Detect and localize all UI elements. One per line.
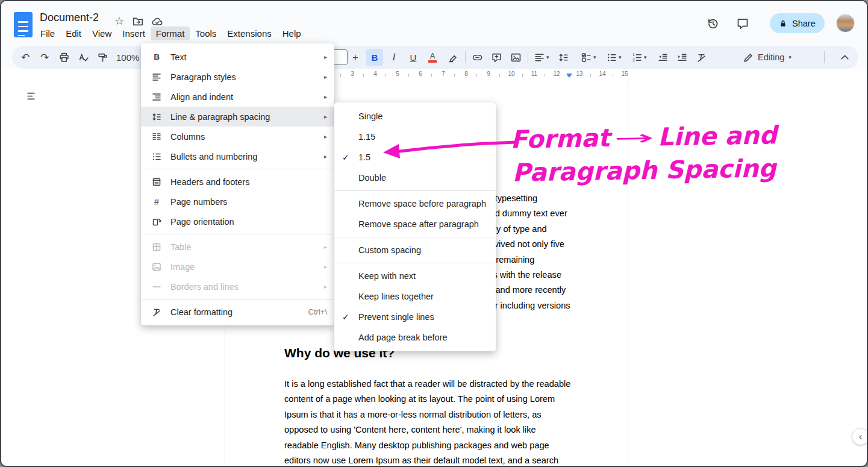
ruler: [340, 74, 629, 77]
text-color-button[interactable]: A: [424, 49, 441, 66]
spacing-item-keep-lines-together[interactable]: Keep lines together: [334, 286, 496, 307]
menu-edit[interactable]: Edit: [60, 27, 87, 40]
format-item-page-orientation[interactable]: Page orientation: [141, 212, 334, 231]
toolbar: ↶ ↷ 100% ▾ + B I U A: [12, 46, 858, 69]
underline-button[interactable]: U: [405, 49, 422, 66]
menu-help[interactable]: Help: [277, 27, 307, 40]
menu-view[interactable]: View: [87, 27, 117, 40]
svg-text:1: 1: [632, 52, 635, 57]
spellcheck-button[interactable]: [75, 49, 92, 66]
paint-format-button[interactable]: [94, 49, 111, 66]
spacing-item-remove-space-before[interactable]: Remove space before paragraph: [334, 193, 496, 214]
menu-insert[interactable]: Insert: [117, 27, 151, 40]
text-icon: B: [151, 52, 163, 61]
submenu-arrow-icon: ▸: [324, 74, 327, 80]
clear-formatting-button[interactable]: [693, 49, 710, 66]
version-history-icon[interactable]: [705, 16, 720, 31]
submenu-arrow-icon: ▸: [324, 243, 327, 250]
spacing-item-add-page-break-before[interactable]: Add page break before: [334, 327, 496, 348]
columns-icon: [151, 132, 163, 142]
menu-file[interactable]: File: [35, 27, 60, 40]
document-title[interactable]: Document-2: [40, 11, 99, 24]
ruler-number: 10: [508, 71, 514, 77]
ruler-number: 12: [553, 71, 560, 77]
spacing-item-double[interactable]: Double: [334, 168, 496, 188]
comments-icon[interactable]: [735, 16, 751, 31]
numbered-list-button[interactable]: 12 ▾: [629, 49, 650, 66]
format-item-align-indent[interactable]: Align and indent ▸: [141, 87, 334, 107]
highlight-color-button[interactable]: [445, 49, 461, 66]
right-arrow-icon: →: [614, 125, 654, 149]
spacing-item-remove-space-after[interactable]: Remove space after paragraph: [334, 214, 496, 234]
chevron-left-icon: ‹: [859, 431, 863, 443]
chevron-down-icon: ▾: [644, 54, 647, 60]
undo-button[interactable]: ↶: [17, 49, 34, 66]
clear-formatting-icon: [151, 307, 163, 317]
menu-divider: [334, 263, 496, 263]
spacing-item-single[interactable]: Single: [334, 106, 496, 127]
bulleted-list-button[interactable]: ▾: [604, 49, 625, 66]
zoom-value: 100%: [116, 52, 139, 63]
format-item-image[interactable]: Image ▸: [141, 257, 334, 277]
toolbar-divider: [465, 51, 466, 63]
format-item-borders-lines[interactable]: Borders and lines ▸: [141, 277, 334, 296]
editing-mode-select[interactable]: Editing ▾: [737, 49, 798, 66]
avatar[interactable]: [836, 14, 855, 33]
indent-marker[interactable]: [566, 74, 572, 78]
format-item-line-paragraph-spacing[interactable]: Line & paragraph spacing ▸: [141, 107, 334, 127]
decrease-indent-button[interactable]: [654, 49, 671, 66]
chevron-down-icon: ▾: [619, 54, 622, 60]
bullets-numbering-icon: [151, 152, 163, 161]
spacing-item-prevent-single-lines[interactable]: ✓ Prevent single lines: [334, 307, 496, 327]
chevron-down-icon: ▾: [593, 54, 596, 60]
italic-button[interactable]: I: [386, 49, 402, 66]
format-menu: B Text ▸ Paragraph styles ▸ Align and in…: [141, 43, 334, 325]
document-outline-icon[interactable]: [24, 89, 37, 102]
hide-menus-button[interactable]: [836, 49, 853, 66]
annotation-arrow: [381, 135, 519, 165]
menu-divider: [141, 299, 334, 299]
docs-logo-icon[interactable]: [14, 12, 33, 37]
check-icon: ✓: [342, 152, 349, 162]
submenu-arrow-icon: ▸: [324, 113, 327, 120]
format-item-headers-footers[interactable]: Headers and footers: [141, 172, 334, 192]
menu-tools[interactable]: Tools: [190, 27, 222, 40]
format-item-table[interactable]: Table ▸: [141, 237, 334, 257]
print-button[interactable]: [55, 49, 72, 66]
menu-format[interactable]: Format: [151, 27, 190, 40]
chevron-down-icon: ▾: [546, 54, 549, 60]
paragraph-styles-icon: [151, 72, 163, 82]
format-item-page-numbers[interactable]: # Page numbers: [141, 192, 334, 212]
menu-extensions[interactable]: Extensions: [222, 27, 276, 40]
format-item-bullets-numbering[interactable]: Bullets and numbering ▸: [141, 146, 334, 166]
ruler-number: 7: [442, 71, 445, 77]
line-spacing-button[interactable]: [555, 49, 572, 66]
increase-font-size-button[interactable]: +: [348, 49, 363, 66]
side-panel-toggle-button[interactable]: ‹: [852, 428, 868, 445]
insert-link-button[interactable]: [469, 49, 486, 66]
ruler-number: 6: [419, 71, 422, 77]
ruler-number: 4: [373, 71, 377, 77]
align-button[interactable]: ▾: [531, 49, 552, 66]
add-comment-button[interactable]: [488, 49, 505, 66]
redo-button[interactable]: ↷: [36, 49, 53, 66]
submenu-arrow-icon: ▸: [324, 283, 327, 290]
ruler-number: 11: [531, 71, 537, 77]
pencil-icon: [743, 52, 754, 63]
page-numbers-icon: #: [151, 196, 163, 207]
line-spacing-icon: [151, 112, 163, 122]
toolbar-divider: [528, 51, 528, 63]
bold-button[interactable]: B: [366, 49, 383, 66]
spacing-item-keep-with-next[interactable]: Keep with next: [334, 266, 496, 286]
checklist-button[interactable]: ▾: [578, 49, 599, 66]
insert-image-button[interactable]: [507, 49, 524, 66]
format-item-paragraph-styles[interactable]: Paragraph styles ▸: [141, 67, 334, 87]
format-item-clear-formatting[interactable]: Clear formatting Ctrl+\: [141, 302, 334, 322]
increase-indent-button[interactable]: [673, 49, 690, 66]
ruler-number: 3: [351, 71, 354, 77]
format-item-columns[interactable]: Columns ▸: [141, 127, 334, 146]
share-button[interactable]: Share: [770, 13, 825, 33]
format-item-text[interactable]: B Text ▸: [141, 47, 334, 67]
spacing-item-custom-spacing[interactable]: Custom spacing: [334, 240, 496, 260]
ruler-number: 15: [621, 71, 628, 77]
